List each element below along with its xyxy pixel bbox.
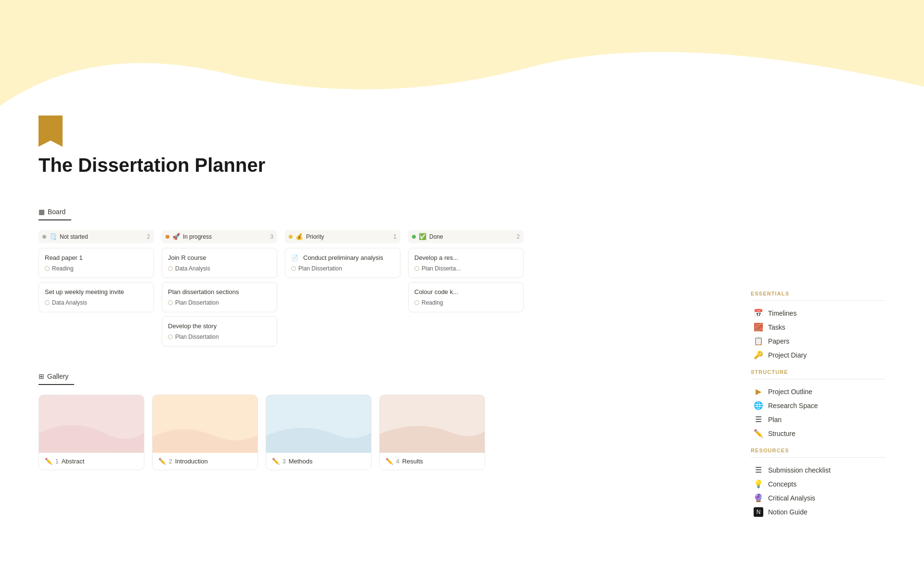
card-title: Colour code k... <box>414 288 517 295</box>
sidebar-divider <box>751 300 886 301</box>
in-progress-emoji: 🚀 <box>172 233 180 240</box>
tasks-icon: 🧱 <box>754 322 763 332</box>
not-started-label: Not started <box>60 233 88 240</box>
table-row[interactable]: Develop the story Plan Dissertation <box>162 316 277 346</box>
board-tab-icon: ▦ <box>38 208 45 216</box>
card-title-text: Develop the story <box>168 322 217 330</box>
sidebar-item-label: Research Space <box>768 402 818 410</box>
not-started-count: 2 <box>147 233 150 240</box>
sidebar-item-plan[interactable]: ☰ Plan <box>751 413 886 426</box>
sidebar-item-label: Submission checklist <box>768 466 831 474</box>
column-header-not-started: 🗒️ Not started 2 <box>38 230 154 243</box>
calendar-icon: 📅 <box>754 308 763 318</box>
card-tag-text: Reading <box>52 265 74 272</box>
table-row[interactable]: Read paper 1 Reading <box>38 248 154 278</box>
outline-icon: ▶ <box>754 387 763 396</box>
list-item[interactable]: ✏️ 1 Abstract <box>38 395 144 470</box>
card-tag: Data Analysis <box>45 299 148 306</box>
sidebar-item-label: Critical Analysis <box>768 494 815 502</box>
table-row[interactable]: Set up weekly meeting invite Data Analys… <box>38 282 154 312</box>
table-row[interactable]: 📄 Conduct preliminary analysis Plan Diss… <box>285 248 400 278</box>
not-started-emoji: 🗒️ <box>49 233 57 240</box>
card-title-text: Join R course <box>168 254 206 261</box>
board-tab-label: Board <box>48 208 65 216</box>
sidebar-item-concepts[interactable]: 💡 Concepts <box>751 477 886 490</box>
column-done: ✅ Done 2 Develop a res... Plan Disserta.… <box>408 230 524 350</box>
header-wave <box>0 0 924 106</box>
list-item[interactable]: ✏️ 2 Introduction <box>152 395 258 470</box>
card-doc-icon: 📄 <box>291 255 298 261</box>
sidebar-item-notion-guide[interactable]: N Notion Guide <box>751 505 886 519</box>
card-tag: Plan Disserta... <box>414 265 517 272</box>
sidebar-item-critical-analysis[interactable]: 🔮 Critical Analysis <box>751 491 886 504</box>
card-title-text: Set up weekly meeting invite <box>45 288 124 295</box>
sidebar-resources-label: RESOURCES <box>751 448 886 453</box>
column-priority: 💰 Priority 1 📄 Conduct preliminary analy… <box>285 230 400 350</box>
list-item[interactable]: ✏️ 4 Results <box>379 395 485 470</box>
priority-label: Priority <box>306 233 324 240</box>
card-title: Develop a res... <box>414 254 517 261</box>
card-title: Develop the story <box>168 322 271 330</box>
sidebar-item-tasks[interactable]: 🧱 Tasks <box>751 321 886 333</box>
research-icon: 🌐 <box>754 401 763 410</box>
done-emoji: ✅ <box>419 233 426 240</box>
table-row[interactable]: Develop a res... Plan Disserta... <box>408 248 524 278</box>
plan-icon: ☰ <box>754 415 763 424</box>
card-tag-text: Plan Disserta... <box>422 265 461 272</box>
card-title-text: Colour code k... <box>414 288 458 295</box>
card-title-text: Read paper 1 <box>45 254 83 261</box>
gallery-card-body: ✏️ 3 Methods <box>266 453 371 470</box>
sidebar-item-research-space[interactable]: 🌐 Research Space <box>751 399 886 412</box>
tag-circle-icon <box>414 266 419 271</box>
sidebar-item-structure[interactable]: ✏️ Structure <box>751 427 886 440</box>
tabs-container: ▦ Board <box>38 205 732 220</box>
gallery-tab-label: Gallery <box>47 372 68 380</box>
table-row[interactable]: Plan dissertation sections Plan Disserta… <box>162 282 277 312</box>
card-title-text: Develop a res... <box>414 254 458 261</box>
card-tag-text: Reading <box>422 299 443 306</box>
card-tag: Plan Dissertation <box>168 333 271 340</box>
sidebar-item-project-outline[interactable]: ▶ Project Outline <box>751 385 886 398</box>
concepts-icon: 💡 <box>754 479 763 488</box>
sidebar-divider-3 <box>751 457 886 458</box>
gallery-grid: ✏️ 1 Abstract ✏️ <box>38 395 732 470</box>
tab-gallery[interactable]: ⊞ Gallery <box>38 370 74 385</box>
board-container: 🗒️ Not started 2 Read paper 1 Reading <box>38 230 732 350</box>
gallery-card-icon: ✏️ <box>158 458 166 465</box>
card-tag-text: Data Analysis <box>52 299 87 306</box>
sidebar-item-label: Project Diary <box>768 351 807 359</box>
tag-circle-icon <box>45 300 50 305</box>
sidebar-item-project-diary[interactable]: 🔑 Project Diary <box>751 348 886 361</box>
in-progress-dot <box>166 235 169 239</box>
list-item[interactable]: ✏️ 3 Methods <box>266 395 372 470</box>
structure-icon: ✏️ <box>754 429 763 438</box>
priority-count: 1 <box>393 233 397 240</box>
sidebar-item-label: Papers <box>768 337 789 345</box>
tab-board[interactable]: ▦ Board <box>38 205 71 220</box>
card-title: Read paper 1 <box>45 254 148 261</box>
sidebar-item-submission-checklist[interactable]: ☰ Submission checklist <box>751 463 886 476</box>
in-progress-count: 3 <box>270 233 273 240</box>
table-row[interactable]: Join R course Data Analysis <box>162 248 277 278</box>
done-count: 2 <box>516 233 520 240</box>
sidebar-item-timelines[interactable]: 📅 Timelines <box>751 307 886 320</box>
card-title: Join R course <box>168 254 271 261</box>
tag-circle-icon <box>291 266 296 271</box>
gallery-card-cover <box>39 395 144 453</box>
tag-circle-icon <box>168 300 173 305</box>
column-header-in-progress: 🚀 In progress 3 <box>162 230 277 243</box>
page-title-area: The Dissertation Planner <box>38 106 732 205</box>
critical-icon: 🔮 <box>754 493 763 502</box>
bookmark-icon <box>38 115 63 147</box>
card-tag-text: Data Analysis <box>175 265 210 272</box>
gallery-card-body: ✏️ 1 Abstract <box>39 453 144 470</box>
gallery-card-cover <box>153 395 257 453</box>
sidebar-item-label: Tasks <box>768 323 785 331</box>
card-title-text: Conduct preliminary analysis <box>303 254 383 261</box>
table-row[interactable]: Colour code k... Reading <box>408 282 524 312</box>
sidebar-item-papers[interactable]: 📋 Papers <box>751 334 886 347</box>
gallery-card-cover <box>266 395 371 453</box>
card-tag: Reading <box>45 265 148 272</box>
card-tag-text: Plan Dissertation <box>175 299 219 306</box>
card-tag: Plan Dissertation <box>168 299 271 306</box>
